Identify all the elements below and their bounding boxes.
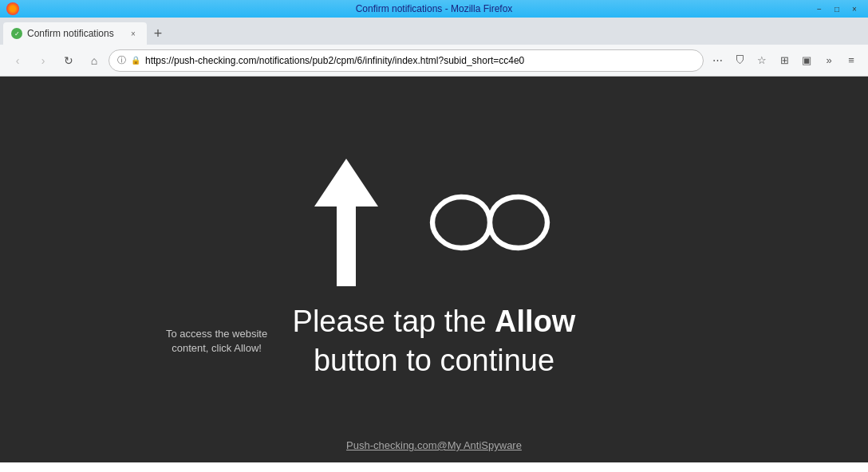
tab-close-button[interactable]: × [128,28,139,39]
maximize-button[interactable]: □ [830,3,844,14]
close-button[interactable]: × [847,3,862,14]
back-button[interactable]: ‹ [6,49,29,72]
forward-button[interactable]: › [32,49,54,72]
main-text: Please tap the Allow button to continue [293,302,576,381]
active-tab[interactable]: ✓ Confirm notifications × [3,22,147,45]
window-title: Confirm notifications - Mozilla Firefox [356,3,513,14]
extensions-button[interactable]: ⊞ [774,50,795,71]
page-content: To access the website content, click All… [0,77,868,462]
tabbar: ✓ Confirm notifications × + [0,18,868,45]
sidebar-button[interactable]: ▣ [796,50,817,71]
home-button[interactable]: ⌂ [83,49,105,72]
lock-icon: 🔒 [131,56,140,65]
navbar: ‹ › ↻ ⌂ ⓘ 🔒 https://push-checking.com/no… [0,45,868,77]
minimize-button[interactable]: − [812,3,827,14]
chevron-button[interactable]: » [819,50,839,71]
more-button[interactable]: ⋯ [707,50,728,71]
tab-favicon-icon: ✓ [11,28,22,39]
bookmark-button[interactable]: ☆ [752,50,772,71]
bottom-link[interactable]: Push-checking.com@My AntiSpyware [346,439,522,451]
arrow-up-icon [314,159,378,286]
shield-button[interactable]: ⛉ [729,50,750,71]
address-bar[interactable]: ⓘ 🔒 https://push-checking.com/notificati… [108,49,704,72]
svg-marker-0 [314,159,378,286]
toolbar-right: ⋯ ⛉ ☆ ⊞ ▣ » ≡ [707,50,862,71]
reload-button[interactable]: ↻ [57,49,80,72]
infinity-icon [426,191,554,254]
titlebar: Confirm notifications - Mozilla Firefox … [0,0,868,18]
info-icon: ⓘ [117,54,126,66]
new-tab-button[interactable]: + [147,22,169,45]
window-controls: − □ × [812,3,862,14]
text-section: To access the website content, click All… [293,302,576,381]
tab-label: Confirm notifications [27,28,114,39]
firefox-logo-icon [6,2,19,15]
visual-section [314,159,554,286]
menu-button[interactable]: ≡ [841,50,862,71]
url-text: https://push-checking.com/notifications/… [145,55,695,66]
side-text: To access the website content, click All… [149,327,285,356]
